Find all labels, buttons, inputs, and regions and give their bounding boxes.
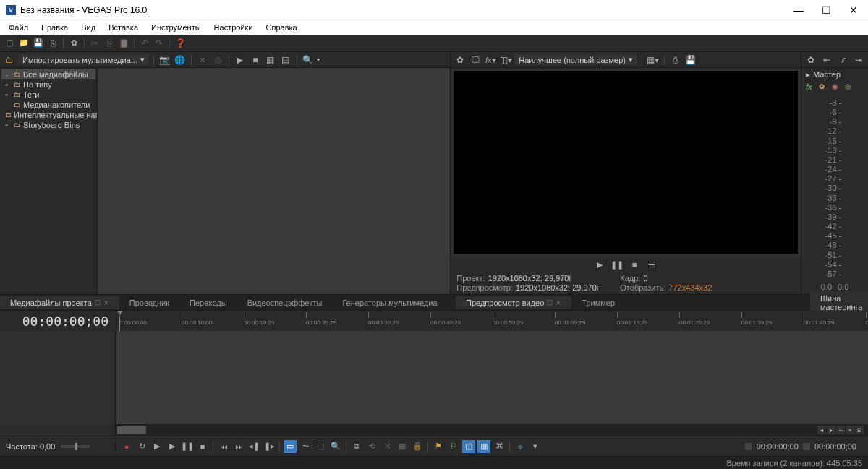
tree-item[interactable]: 🗀Медианакопители xyxy=(1,100,95,110)
undo-button[interactable]: ↶ xyxy=(138,37,151,50)
prev-frame-button[interactable]: ◂❚ xyxy=(247,440,260,453)
help-button[interactable]: ❓ xyxy=(174,37,187,50)
video-fx-button[interactable]: fx▾ xyxy=(484,53,497,66)
save-button[interactable]: 💾 xyxy=(32,37,45,50)
cd-index-button[interactable]: ▥ xyxy=(477,440,490,453)
menu-файл[interactable]: Файл xyxy=(3,22,34,33)
zoom-tool[interactable]: 🔍 xyxy=(329,440,342,453)
gear-icon[interactable]: ✿ xyxy=(819,82,829,92)
master-settings-button[interactable]: ✿ xyxy=(804,53,817,66)
video-preview-area[interactable] xyxy=(454,71,798,254)
tree-item[interactable]: 🗀Интеллектуальные нак xyxy=(1,110,95,120)
menu-вставка[interactable]: Вставка xyxy=(103,22,144,33)
tab-триммер[interactable]: Триммер xyxy=(571,296,625,309)
media-folder-icon[interactable]: 🗀 xyxy=(3,53,16,66)
in-flag-icon[interactable] xyxy=(745,443,752,450)
expand-icon[interactable]: ▸ xyxy=(806,70,810,79)
cut-button[interactable]: ✂ xyxy=(88,37,101,50)
play-media-button[interactable]: ▶ xyxy=(234,53,247,66)
preview-menu-button[interactable]: ☰ xyxy=(645,258,658,271)
tab-close-icon[interactable]: ✕ xyxy=(103,299,109,306)
tree-item[interactable]: -🗀Все медиафайлы xyxy=(1,69,95,79)
play-button[interactable]: ▶ xyxy=(166,440,179,453)
render-button[interactable]: ⎘ xyxy=(46,37,59,50)
go-end-button[interactable]: ⏭ xyxy=(232,440,245,453)
save-snapshot-button[interactable]: 💾 xyxy=(684,53,697,66)
view-list-button[interactable]: ▤ xyxy=(279,53,292,66)
menu-правка[interactable]: Правка xyxy=(35,22,74,33)
copy-button[interactable]: ⎘ xyxy=(103,37,116,50)
snapshot-button[interactable]: ⎙ xyxy=(669,53,682,66)
expand-icon[interactable]: + xyxy=(3,92,10,98)
menu-настройки[interactable]: Настройки xyxy=(208,22,259,33)
expand-icon[interactable]: - xyxy=(3,72,10,78)
tree-item[interactable]: +🗀Теги xyxy=(1,90,95,100)
overlays-button[interactable]: ▦▾ xyxy=(647,53,660,66)
menu-инструменты[interactable]: Инструменты xyxy=(145,22,207,33)
generate-button[interactable]: ⎆ xyxy=(514,440,527,453)
zoom-out-button[interactable]: − xyxy=(836,426,845,434)
play-start-button[interactable]: ▶ xyxy=(150,440,163,453)
scroll-right-button[interactable]: ▸ xyxy=(827,426,835,434)
next-frame-button[interactable]: ❚▸ xyxy=(263,440,276,453)
open-button[interactable]: 📁 xyxy=(17,37,30,50)
master-next-button[interactable]: ⇥ xyxy=(852,53,865,66)
auto-ripple-button[interactable]: ⟲ xyxy=(365,440,378,453)
master-fader-button[interactable]: ⎎ xyxy=(836,53,849,66)
timecode-display[interactable]: 00:00:00;00 xyxy=(0,311,116,331)
properties-media-button[interactable]: ◎ xyxy=(211,53,224,66)
remove-button[interactable]: ✕ xyxy=(196,53,209,66)
media-thumbnail-area[interactable] xyxy=(98,68,450,294)
close-button[interactable]: ✕ xyxy=(845,3,862,17)
paste-button[interactable]: 📋 xyxy=(117,37,130,50)
tab-генераторы-мультимедиа[interactable]: Генераторы мультимедиа xyxy=(332,296,447,309)
auto-crossfade-button[interactable]: ⤭ xyxy=(380,440,393,453)
preview-play-button[interactable]: ▶ xyxy=(593,258,606,271)
region-button[interactable]: ⚐ xyxy=(447,440,460,453)
scrollbar-thumb[interactable] xyxy=(117,426,146,434)
automation-icon[interactable]: ◉ xyxy=(832,82,842,92)
timeline-ruler[interactable]: 0:00:00;0000:00:10;0000:00:19;2900:00:29… xyxy=(116,311,868,331)
tab-pin-icon[interactable]: ☐ xyxy=(95,299,101,306)
envelope-tool[interactable]: ⤳ xyxy=(299,440,312,453)
loop-button[interactable]: ↻ xyxy=(135,440,148,453)
stop-media-button[interactable]: ■ xyxy=(249,53,262,66)
minimize-button[interactable]: — xyxy=(790,3,807,17)
stop-button[interactable]: ■ xyxy=(196,440,209,453)
tab-проводник[interactable]: Проводник xyxy=(119,296,179,309)
fx-icon[interactable]: fx xyxy=(806,82,816,92)
expand-icon[interactable]: + xyxy=(3,122,10,129)
horizontal-scrollbar[interactable]: ◂ ▸ − + ⊡ xyxy=(116,424,868,436)
tree-item[interactable]: +🗀По типу xyxy=(1,79,95,90)
view-grid-button[interactable]: ▦ xyxy=(264,53,277,66)
new-project-button[interactable]: ▢ xyxy=(3,37,16,50)
maximize-button[interactable]: ☐ xyxy=(817,3,835,17)
redo-button[interactable]: ↷ xyxy=(153,37,166,50)
out-flag-icon[interactable] xyxy=(803,443,810,450)
tab-close-icon[interactable]: ✕ xyxy=(556,299,561,306)
tab-медиафайлы-проекта[interactable]: Медиафайлы проекта☐✕ xyxy=(0,296,119,309)
preview-stop-button[interactable]: ■ xyxy=(628,258,641,271)
tab-видеоспецэффекты[interactable]: Видеоспецэффекты xyxy=(237,296,333,309)
properties-button[interactable]: ✿ xyxy=(67,37,80,50)
menu-справка[interactable]: Справка xyxy=(260,22,303,33)
cd-layout-button[interactable]: ◫ xyxy=(462,440,475,453)
more-button[interactable]: ▾ xyxy=(529,440,542,453)
tab-предпросмотр-видео[interactable]: Предпросмотр видео☐✕ xyxy=(456,296,571,309)
quantize-button[interactable]: ▦ xyxy=(396,440,409,453)
tree-item[interactable]: +🗀Storyboard Bins xyxy=(1,120,95,130)
expand-icon[interactable]: + xyxy=(3,82,10,88)
go-start-button[interactable]: ⏮ xyxy=(217,440,230,453)
selection-tool[interactable]: ⬚ xyxy=(314,440,327,453)
zoom-media-button[interactable]: 🔍 xyxy=(302,53,315,66)
rate-slider[interactable] xyxy=(61,445,90,448)
split-screen-button[interactable]: ◫▾ xyxy=(499,53,512,66)
command-button[interactable]: ⌘ xyxy=(493,440,506,453)
import-media-button[interactable]: Импортировать мультимедиа... ▾ xyxy=(18,54,149,65)
external-monitor-button[interactable]: 🖵 xyxy=(469,53,482,66)
normal-edit-tool[interactable]: ▭ xyxy=(284,440,297,453)
track-header-area[interactable] xyxy=(0,331,116,424)
preview-settings-button[interactable]: ✿ xyxy=(454,53,467,66)
lock-button[interactable]: 🔒 xyxy=(411,440,424,453)
pause-button[interactable]: ❚❚ xyxy=(181,440,194,453)
